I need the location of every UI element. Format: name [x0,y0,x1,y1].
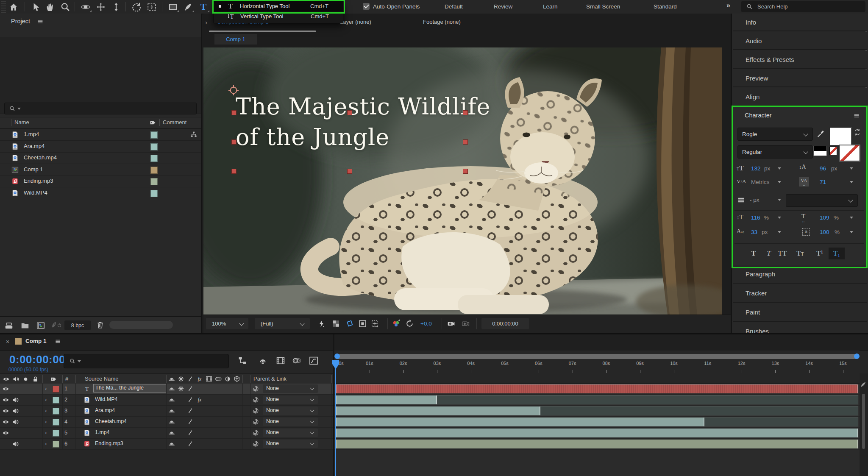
expand-chevron-icon[interactable]: › [45,407,47,414]
channels-icon[interactable] [392,319,401,328]
selection-handle[interactable] [463,169,468,174]
exposure-value[interactable]: +0,0 [420,320,432,327]
layer-name[interactable]: Wild.MP4 [95,396,117,402]
layer-bar[interactable] [336,418,704,426]
pickwhip-icon[interactable] [252,385,259,392]
work-area-end-handle[interactable] [854,354,860,359]
selection-handle[interactable] [231,169,236,174]
vertical-scale-value[interactable]: 116 [751,214,760,221]
mask-visibility-icon[interactable] [345,319,354,328]
workspace-item-standard[interactable]: Standard [654,3,677,10]
quill-icon[interactable] [860,381,867,388]
layer-row-4[interactable]: ›4Cheetah.mp4None [0,417,333,428]
layer-label-swatch[interactable] [53,397,59,404]
font-style-dropdown[interactable]: Regular [737,145,813,159]
column-source-name[interactable]: Source Name [85,376,118,382]
pickwhip-icon[interactable] [252,407,259,415]
close-icon[interactable]: × [6,338,9,345]
workspace-item-small-screen[interactable]: Small Screen [586,3,620,10]
column-parent-link[interactable]: Parent & Link [253,376,287,382]
stroke-width-value[interactable]: - px [750,197,760,203]
layer-label-swatch[interactable] [53,430,59,437]
motion-blur-icon[interactable] [292,356,302,366]
layer-name[interactable]: The Ma... the Jungle [93,384,166,392]
selection-handle[interactable] [231,110,236,115]
layer-bar[interactable] [336,406,540,415]
layer-row-2[interactable]: ›2Wild.MP4fxNone [0,395,333,406]
timeline-search-field[interactable] [64,354,229,368]
font-family-dropdown[interactable]: Rogie [737,128,813,141]
parent-dropdown[interactable]: None [263,384,318,393]
audio-switch-icon[interactable] [12,418,19,426]
layer-name[interactable]: Ending.mp3 [95,440,123,446]
superscript-button[interactable]: T¹ [814,248,825,259]
leading-value[interactable]: 96 [820,165,826,172]
transparency-grid-icon[interactable] [331,319,340,328]
small-caps-button[interactable]: TT [795,248,806,259]
layer-label-swatch[interactable] [53,441,59,448]
viewer-timecode-box[interactable]: 0:00:00:00 [481,318,529,329]
selection-handle[interactable] [231,139,236,145]
delete-icon[interactable] [96,320,105,329]
selection-handle[interactable] [463,139,468,145]
project-search-field[interactable] [4,103,197,114]
pickwhip-icon[interactable] [252,429,259,437]
stroke-width-dropdown-icon[interactable] [778,199,781,201]
vertical-scale-dropdown-icon[interactable] [778,217,781,219]
tab-overflow-chevron[interactable]: › [205,19,207,26]
baseline-shift-dropdown-icon[interactable] [778,231,781,233]
quality-switch-icon[interactable] [186,418,194,426]
tracking-value[interactable]: 71 [820,179,826,185]
kerning-dropdown-icon[interactable] [778,181,781,183]
quality-switch-icon[interactable] [186,385,194,392]
panel-menu-icon[interactable] [54,338,61,345]
audio-switch-icon[interactable] [12,407,19,415]
quality-switch-icon[interactable] [186,407,194,415]
title-text-line2[interactable]: of the Jungle [236,124,389,150]
expand-chevron-icon[interactable]: › [45,429,47,436]
sidebar-item-align[interactable]: Align [733,88,867,106]
layer-bar[interactable] [336,384,858,393]
project-row-comp-1[interactable]: Comp 1 [0,164,201,176]
time-ruler[interactable]: :00s01s02s03s04s05s06s07s08s09s10s11s12s… [334,351,860,384]
snapshot-icon[interactable] [447,319,456,328]
selection-handle[interactable] [347,169,352,174]
tsume-value[interactable]: 100 [820,229,829,235]
reset-exposure-icon[interactable] [405,319,414,328]
comp-chip[interactable]: Comp 1 [214,34,257,45]
collapse-switch-icon[interactable] [177,385,185,392]
parent-dropdown[interactable]: None [263,418,318,426]
video-switch-icon[interactable] [2,407,9,415]
menu-item-vertical-type-tool[interactable]: TVertical Type ToolCmd+T [214,11,343,23]
swap-fill-stroke-icon[interactable] [853,128,862,136]
parent-dropdown[interactable]: None [263,429,318,437]
font-size-dropdown-icon[interactable] [778,167,781,170]
expand-chevron-icon[interactable]: › [45,385,47,392]
search-help-box[interactable]: Search Help [741,1,865,12]
expand-chevron-icon[interactable]: › [45,396,47,403]
faux-italic-button[interactable]: T [763,248,774,259]
shy-switch-icon[interactable] [168,429,175,437]
parent-dropdown[interactable]: None [263,395,318,404]
project-row-ara-mp4[interactable]: Ara.mp4 [0,141,201,153]
video-switch-icon[interactable] [2,429,9,437]
tracking-dropdown-icon[interactable] [850,181,853,183]
sidebar-item-brushes[interactable]: Brushes [733,323,867,333]
baseline-shift-value[interactable]: 33 [751,229,757,235]
region-of-interest-icon[interactable] [358,319,367,328]
search-filter-dropdown-icon[interactable] [17,108,21,110]
layer-name[interactable]: Ara.mp4 [95,407,115,413]
all-caps-button[interactable]: TT [777,248,788,259]
layer-name[interactable]: 1.mp4 [95,429,110,435]
timeline-tab-title[interactable]: Comp 1 [25,338,47,344]
layer-label-swatch[interactable] [53,408,59,415]
work-area-start-handle[interactable] [334,354,340,359]
sidebar-item-tracker[interactable]: Tracker [733,284,867,303]
expand-chevron-icon[interactable]: › [45,440,47,447]
bit-depth-button[interactable]: 8 bpc [64,320,91,330]
quality-switch-icon[interactable] [186,440,194,448]
frame-blend-icon[interactable] [275,356,286,366]
pickwhip-icon[interactable] [252,396,259,404]
workspace-item-review[interactable]: Review [494,3,512,10]
current-timecode[interactable]: 0:00:00:00 [9,353,65,366]
